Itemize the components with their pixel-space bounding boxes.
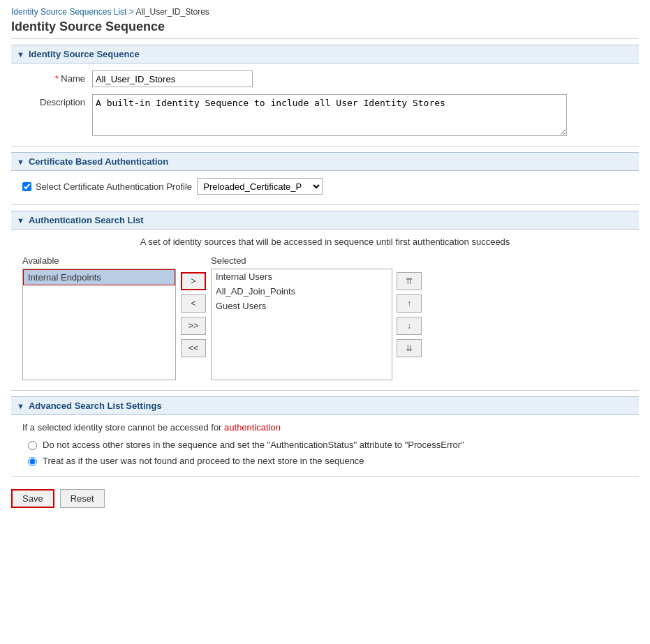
selected-list-panel: Selected Internal Users All_AD_Join_Poin… (211, 255, 392, 380)
order-top-button[interactable]: ⇈ (397, 272, 422, 290)
radio-process-error-label: Do not access other stores in the sequen… (43, 440, 464, 450)
reset-button[interactable]: Reset (60, 489, 105, 508)
radio-next-store-label: Treat as if the user was not found and p… (43, 456, 364, 466)
page-title: Identity Source Sequence (11, 20, 639, 39)
name-label: * Name (22, 70, 92, 84)
section-certificate-auth: ▼ Certificate Based Authentication Selec… (11, 152, 639, 195)
available-list-box[interactable]: Internal Endpoints (22, 269, 176, 380)
breadcrumb-link[interactable]: Identity Source Sequences List (11, 7, 126, 17)
move-all-left-button[interactable]: << (181, 339, 206, 357)
order-buttons-panel: ⇈ ↑ ↓ ⇊ (392, 255, 422, 357)
order-bottom-button[interactable]: ⇊ (397, 339, 422, 357)
selected-label: Selected (211, 255, 392, 266)
section-identity-source-sequence: ▼ Identity Source Sequence * Name Descri… (11, 45, 639, 136)
section-header-auth-search[interactable]: ▼ Authentication Search List (11, 211, 639, 230)
move-left-button[interactable]: < (181, 294, 206, 313)
selected-list-box[interactable]: Internal Users All_AD_Join_Points Guest … (211, 269, 392, 380)
selected-item-all-ad-join-points[interactable]: All_AD_Join_Points (212, 284, 392, 299)
order-down-button[interactable]: ↓ (397, 317, 422, 335)
section-title-auth-search: Authentication Search List (29, 215, 144, 225)
highlight-authentication: authentication (224, 422, 281, 433)
transfer-buttons-panel: > < >> << (176, 255, 211, 357)
cert-profile-select[interactable]: Preloaded_Certificate_P (197, 178, 323, 195)
selected-panel: Selected Internal Users All_AD_Join_Poin… (211, 255, 422, 380)
available-panel: Available Internal Endpoints (22, 255, 176, 380)
cert-profile-checkbox[interactable] (22, 182, 31, 191)
move-all-right-button[interactable]: >> (181, 317, 206, 335)
collapse-arrow-identity: ▼ (17, 50, 24, 59)
save-button[interactable]: Save (11, 489, 54, 508)
auth-search-description: A set of identity sources that will be a… (11, 237, 639, 247)
radio-row-2: Treat as if the user was not found and p… (11, 456, 639, 466)
order-up-button[interactable]: ↑ (397, 294, 422, 313)
description-textarea[interactable]: A built-in Identity Sequence to include … (92, 94, 567, 136)
collapse-arrow-certificate: ▼ (17, 158, 24, 166)
available-item-internal-endpoints[interactable]: Internal Endpoints (23, 269, 175, 285)
selected-item-guest-users[interactable]: Guest Users (212, 299, 392, 313)
section-header-advanced[interactable]: ▼ Advanced Search List Settings (11, 396, 639, 415)
breadcrumb-current: All_User_ID_Stores (135, 7, 209, 17)
advanced-description: If a selected identity store cannot be a… (11, 422, 639, 433)
radio-row-1: Do not access other stores in the sequen… (11, 440, 639, 450)
cert-profile-label: Select Certificate Authentication Profil… (36, 181, 192, 192)
section-header-identity[interactable]: ▼ Identity Source Sequence (11, 45, 639, 63)
section-title-certificate: Certificate Based Authentication (29, 156, 168, 167)
section-advanced: ▼ Advanced Search List Settings If a sel… (11, 396, 639, 466)
move-right-button[interactable]: > (181, 272, 206, 290)
collapse-arrow-advanced: ▼ (17, 402, 24, 410)
section-auth-search-list: ▼ Authentication Search List A set of id… (11, 211, 639, 380)
radio-process-error[interactable] (28, 441, 37, 450)
name-input[interactable] (92, 70, 253, 87)
cert-profile-row: Select Certificate Authentication Profil… (11, 178, 639, 195)
description-row: Description A built-in Identity Sequence… (11, 94, 639, 136)
transfer-container: Available Internal Endpoints > < >> << S… (11, 255, 639, 380)
section-header-certificate[interactable]: ▼ Certificate Based Authentication (11, 152, 639, 171)
breadcrumb: Identity Source Sequences List > All_Use… (11, 7, 639, 17)
action-buttons-row: Save Reset (11, 482, 639, 515)
collapse-arrow-auth-search: ▼ (17, 216, 24, 225)
description-label: Description (22, 94, 92, 107)
section-title-identity: Identity Source Sequence (29, 49, 140, 59)
name-row: * Name (11, 70, 639, 87)
selected-item-internal-users[interactable]: Internal Users (212, 269, 392, 284)
section-title-advanced: Advanced Search List Settings (29, 400, 162, 411)
radio-next-store[interactable] (28, 457, 37, 466)
available-label: Available (22, 255, 176, 266)
